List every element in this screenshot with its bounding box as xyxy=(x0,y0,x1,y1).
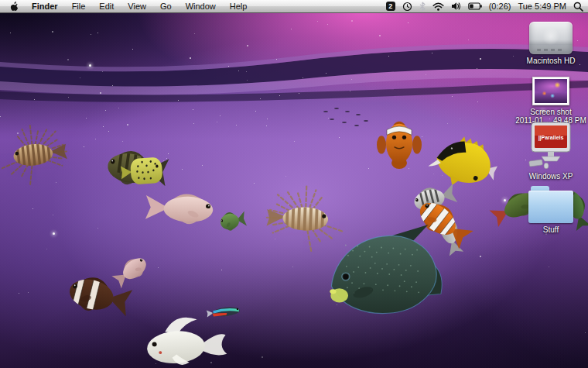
time-machine-icon[interactable] xyxy=(402,2,412,12)
hard-drive-icon xyxy=(529,22,573,54)
icon-label: Windows XP xyxy=(529,172,573,181)
battery-time-remaining[interactable]: (0:26) xyxy=(489,0,511,13)
spotlight-icon[interactable] xyxy=(573,2,583,12)
parallels-menu-icon[interactable]: 2 xyxy=(386,2,395,11)
desktop-icon-stuff-folder[interactable]: Stuff xyxy=(514,184,588,234)
menu-item-help[interactable]: Help xyxy=(223,0,255,13)
status-area: 2 xyxy=(386,0,583,13)
image-preview-icon xyxy=(532,77,569,105)
menu-item-edit[interactable]: Edit xyxy=(92,0,121,13)
svg-text:||Parallels: ||Parallels xyxy=(538,135,564,141)
desktop-screen: Macintosh HD Screen shot 2011-01….49.48 … xyxy=(0,0,588,368)
wifi-icon[interactable] xyxy=(432,2,444,11)
desktop-icon-screenshot[interactable]: Screen shot 2011-01….49.48 PM xyxy=(514,77,588,125)
apple-logo-icon xyxy=(9,1,19,12)
menu-item-finder[interactable]: Finder xyxy=(25,0,65,13)
volume-icon[interactable] xyxy=(451,2,461,11)
menu-item-window[interactable]: Window xyxy=(179,0,223,13)
app-menus: FinderFileEditViewGoWindowHelp xyxy=(25,0,254,13)
menu-item-file[interactable]: File xyxy=(65,0,93,13)
aurora-wave-band xyxy=(0,0,588,132)
desktop-icon-windows-xp[interactable]: ||Parallels Windows XP xyxy=(514,122,588,181)
icon-label: Macintosh HD xyxy=(527,57,576,65)
parallels-vm-icon: ||Parallels xyxy=(528,122,574,170)
folder-icon xyxy=(528,191,573,223)
bluetooth-icon[interactable] xyxy=(419,2,426,12)
icon-label: Stuff xyxy=(543,225,559,234)
apple-menu[interactable] xyxy=(5,1,25,12)
battery-icon[interactable] xyxy=(468,2,482,10)
menu-bar-clock[interactable]: Tue 5:49 PM xyxy=(518,0,566,13)
menu-item-view[interactable]: View xyxy=(121,0,153,13)
menu-item-go[interactable]: Go xyxy=(153,0,179,13)
menu-bar: FinderFileEditViewGoWindowHelp 2 xyxy=(0,0,588,13)
desktop-icon-macintosh-hd[interactable]: Macintosh HD xyxy=(514,22,588,65)
